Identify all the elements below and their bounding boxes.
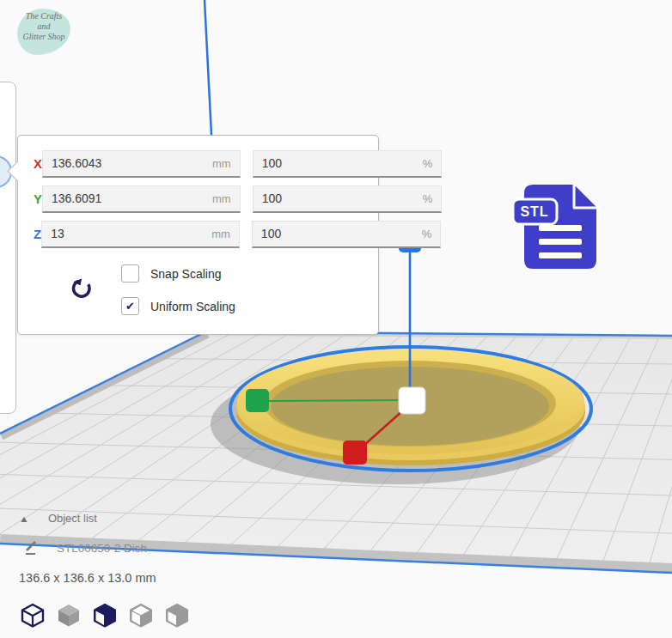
stl-badge-label: STL: [520, 204, 548, 219]
scale-handle-y[interactable]: [246, 389, 269, 412]
z-percent-input[interactable]: [261, 227, 417, 240]
object-list-title: Object list: [48, 512, 97, 525]
y-percent-field[interactable]: %: [253, 185, 443, 213]
uniform-scaling-option[interactable]: ✔ Uniform Scaling: [121, 297, 235, 315]
z-size-input[interactable]: [51, 227, 206, 240]
snap-scaling-option[interactable]: Snap Scaling: [121, 264, 222, 283]
application-window: The Crafts and Glitter Shop X mm % Y mm: [0, 0, 672, 638]
view-3d-icon[interactable]: [20, 602, 46, 629]
object-list-header[interactable]: ▲ Object list: [19, 512, 97, 525]
object-list-item[interactable]: STL00650-2 Dish: [24, 540, 147, 556]
logo-line2: and: [12, 21, 76, 32]
y-percent-unit: %: [418, 192, 433, 205]
x-size-field[interactable]: mm: [42, 150, 241, 178]
view-right-icon[interactable]: [164, 602, 190, 629]
scale-handle-x[interactable]: [343, 441, 367, 465]
y-percent-input[interactable]: [262, 191, 418, 205]
uniform-scaling-label: Uniform Scaling: [150, 300, 235, 313]
scale-handle-center[interactable]: [399, 387, 425, 414]
shop-logo: The Crafts and Glitter Shop: [12, 3, 76, 60]
scale-panel: X mm % Y mm % Z mm: [17, 135, 379, 335]
x-percent-unit: %: [418, 157, 433, 170]
axis-label-y: Y: [34, 191, 42, 206]
view-left-icon[interactable]: [128, 602, 154, 629]
object-item-name: STL00650-2 Dish: [57, 542, 147, 555]
x-percent-field[interactable]: %: [253, 150, 443, 178]
axis-label-z: Z: [34, 227, 41, 241]
z-percent-unit: %: [417, 228, 432, 240]
snap-scaling-checkbox[interactable]: [121, 264, 139, 283]
y-size-unit: mm: [207, 192, 231, 205]
z-axis-guide-line: [205, 0, 211, 135]
view-front-icon[interactable]: [56, 602, 82, 629]
z-size-field[interactable]: mm: [41, 221, 240, 248]
pencil-icon: [24, 540, 40, 556]
camera-view-buttons: [20, 602, 190, 629]
z-percent-field[interactable]: %: [252, 221, 442, 248]
snap-scaling-label: Snap Scaling: [150, 267, 222, 281]
logo-line3: Glitter Shop: [12, 32, 76, 42]
model-dimensions: 136.6 x 136.6 x 13.0 mm: [19, 571, 156, 585]
view-top-icon[interactable]: [92, 602, 118, 629]
chevron-up-icon: ▲: [19, 513, 29, 524]
uniform-scaling-checkbox[interactable]: ✔: [121, 297, 139, 315]
y-size-input[interactable]: [52, 191, 207, 205]
left-toolbar-panel: [0, 82, 16, 414]
x-percent-input[interactable]: [262, 156, 418, 170]
x-size-input[interactable]: [52, 156, 207, 170]
axis-label-x: X: [34, 156, 42, 171]
z-size-unit: mm: [206, 228, 230, 240]
y-size-field[interactable]: mm: [42, 185, 241, 213]
logo-line1: The Crafts: [12, 11, 76, 21]
stl-file-icon: STL: [510, 177, 602, 273]
reset-scale-icon[interactable]: [68, 275, 95, 302]
x-size-unit: mm: [207, 157, 231, 170]
